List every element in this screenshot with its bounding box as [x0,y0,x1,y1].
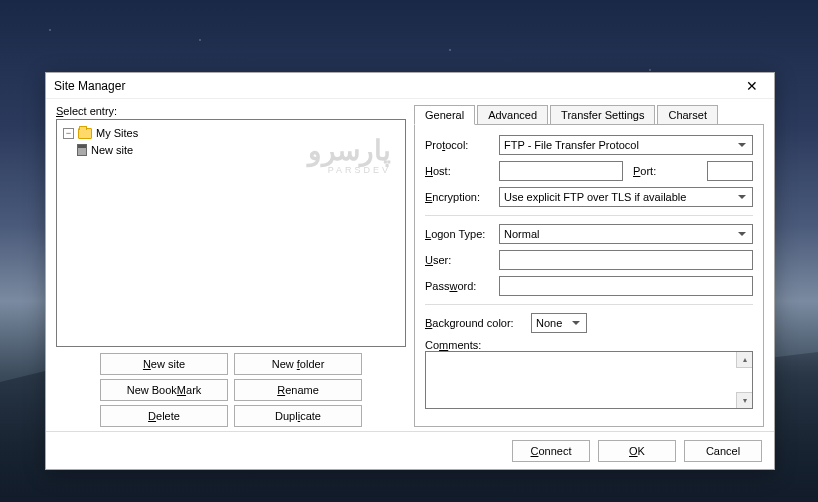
port-input[interactable] [707,161,753,181]
cancel-button[interactable]: Cancel [684,440,762,462]
user-label: User: [425,254,493,266]
site-manager-dialog: Site Manager ✕ Select entry: − My Sites … [45,72,775,470]
scroll-up-icon[interactable]: ▴ [736,352,752,368]
password-label: Password: [425,280,493,292]
server-icon [77,144,87,156]
tab-transfer-settings[interactable]: Transfer Settings [550,105,655,125]
background-color-label: Background color: [425,317,525,329]
tab-advanced[interactable]: Advanced [477,105,548,125]
tab-strip: General Advanced Transfer Settings Chars… [414,105,764,125]
logon-type-label: Logon Type: [425,228,493,240]
tree-root-label: My Sites [96,127,138,139]
new-folder-button[interactable]: New folder [234,353,362,375]
tab-charset[interactable]: Charset [657,105,718,125]
general-panel: Protocol: FTP - File Transfer Protocol H… [414,124,764,427]
collapse-icon[interactable]: − [63,128,74,139]
tree-item-label: New site [91,144,133,156]
host-input[interactable] [499,161,623,181]
encryption-combo[interactable]: Use explicit FTP over TLS if available [499,187,753,207]
host-label: Host: [425,165,493,177]
encryption-label: Encryption: [425,191,493,203]
rename-button[interactable]: Rename [234,379,362,401]
close-button[interactable]: ✕ [738,76,766,96]
window-title: Site Manager [54,79,738,93]
comments-textarea[interactable]: ▴ ▾ [425,351,753,409]
password-input[interactable] [499,276,753,296]
site-tree[interactable]: − My Sites New site پارسرو PARSDEV [56,119,406,347]
duplicate-button[interactable]: Duplicate [234,405,362,427]
right-panel: General Advanced Transfer Settings Chars… [414,105,764,427]
comments-label: Comments: [425,339,481,351]
tab-general[interactable]: General [414,105,475,125]
divider [425,304,753,305]
protocol-combo[interactable]: FTP - File Transfer Protocol [499,135,753,155]
select-entry-label: Select entry: [56,105,406,117]
tree-root-my-sites[interactable]: − My Sites [63,125,399,141]
tree-item-new-site[interactable]: New site [63,142,399,158]
left-panel: Select entry: − My Sites New site پارسرو… [56,105,406,427]
titlebar: Site Manager ✕ [46,73,774,99]
divider [425,215,753,216]
new-site-button[interactable]: New site [100,353,228,375]
delete-button[interactable]: Delete [100,405,228,427]
user-input[interactable] [499,250,753,270]
logon-type-combo[interactable]: Normal [499,224,753,244]
folder-icon [78,128,92,139]
new-bookmark-button[interactable]: New BookMark [100,379,228,401]
protocol-label: Protocol: [425,139,493,151]
port-label: Port: [633,165,701,177]
connect-button[interactable]: Connect [512,440,590,462]
background-color-combo[interactable]: None [531,313,587,333]
scroll-down-icon[interactable]: ▾ [736,392,752,408]
dialog-footer: Connect OK Cancel [46,431,774,469]
ok-button[interactable]: OK [598,440,676,462]
